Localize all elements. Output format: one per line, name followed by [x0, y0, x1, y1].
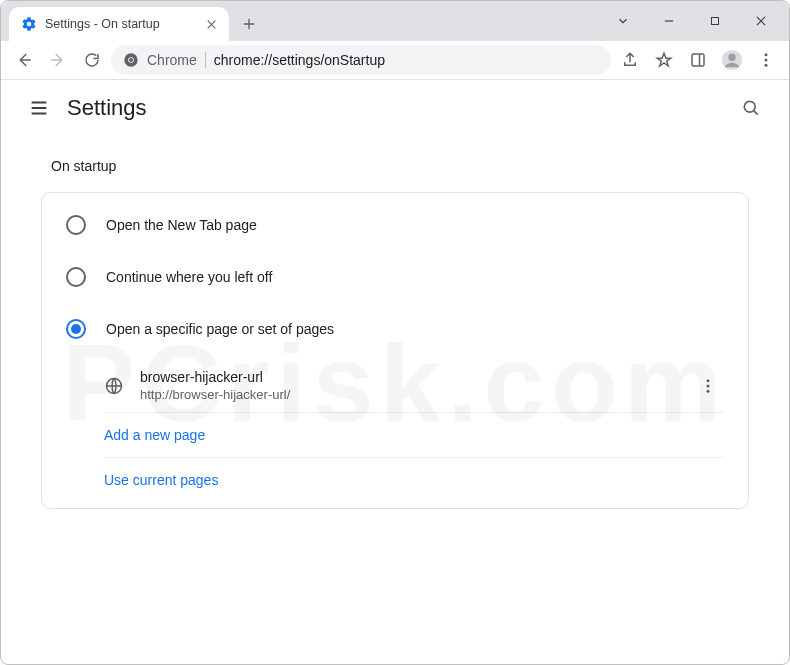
- on-startup-card: Open the New Tab page Continue where you…: [41, 192, 749, 509]
- svg-point-8: [765, 59, 768, 62]
- option-label: Open the New Tab page: [106, 217, 257, 233]
- tabstrip: Settings - On startup: [1, 1, 789, 41]
- caret-down-button[interactable]: [601, 6, 645, 36]
- search-settings-button[interactable]: [733, 90, 769, 126]
- content: On startup Open the New Tab page Continu…: [1, 136, 789, 664]
- svg-rect-0: [712, 18, 719, 25]
- window-controls: [601, 1, 783, 41]
- new-tab-button[interactable]: [235, 10, 263, 38]
- svg-point-9: [765, 64, 768, 67]
- share-button[interactable]: [615, 45, 645, 75]
- chrome-menu-button[interactable]: [751, 45, 781, 75]
- browser-tab[interactable]: Settings - On startup: [9, 7, 229, 41]
- section-heading: On startup: [51, 158, 749, 174]
- svg-point-14: [707, 389, 710, 392]
- minimize-button[interactable]: [647, 6, 691, 36]
- radio-icon: [66, 319, 86, 339]
- radio-icon: [66, 215, 86, 235]
- specific-pages-subgroup: browser-hijacker-url http://browser-hija…: [42, 355, 748, 502]
- page-header: Settings: [1, 80, 789, 136]
- option-new-tab[interactable]: Open the New Tab page: [42, 199, 748, 251]
- svg-point-7: [765, 53, 768, 56]
- omnibox[interactable]: Chrome: [111, 45, 611, 75]
- back-button[interactable]: [9, 45, 39, 75]
- bookmark-button[interactable]: [649, 45, 679, 75]
- maximize-button[interactable]: [693, 6, 737, 36]
- svg-point-6: [728, 54, 735, 61]
- site-info-chip[interactable]: Chrome: [123, 52, 197, 68]
- svg-point-10: [744, 101, 755, 112]
- svg-rect-4: [692, 54, 704, 66]
- side-panel-button[interactable]: [683, 45, 713, 75]
- startup-page-url: http://browser-hijacker-url/: [140, 387, 676, 402]
- svg-point-12: [707, 379, 710, 382]
- option-continue[interactable]: Continue where you left off: [42, 251, 748, 303]
- use-current-pages-link[interactable]: Use current pages: [104, 458, 724, 502]
- svg-point-3: [129, 58, 133, 62]
- url-input[interactable]: [214, 52, 599, 68]
- startup-page-item: browser-hijacker-url http://browser-hija…: [104, 359, 724, 413]
- chrome-icon: [123, 52, 139, 68]
- tab-title: Settings - On startup: [45, 17, 195, 31]
- option-label: Continue where you left off: [106, 269, 272, 285]
- close-tab-icon[interactable]: [203, 16, 219, 32]
- forward-button[interactable]: [43, 45, 73, 75]
- globe-icon: [104, 376, 124, 396]
- chrome-window: Settings - On startup: [0, 0, 790, 665]
- add-new-page-link[interactable]: Add a new page: [104, 413, 724, 458]
- option-specific-pages[interactable]: Open a specific page or set of pages: [42, 303, 748, 355]
- toolbar: Chrome: [1, 41, 789, 80]
- omnibox-divider: [205, 52, 206, 68]
- close-window-button[interactable]: [739, 6, 783, 36]
- menu-button[interactable]: [21, 90, 57, 126]
- startup-page-more-button[interactable]: [692, 370, 724, 402]
- gear-icon: [21, 16, 37, 32]
- page-title: Settings: [67, 95, 147, 121]
- svg-point-13: [707, 384, 710, 387]
- scheme-label: Chrome: [147, 52, 197, 68]
- profile-button[interactable]: [717, 45, 747, 75]
- settings-page: PCrisk.com Settings On startup Open the …: [1, 80, 789, 664]
- startup-page-title: browser-hijacker-url: [140, 369, 676, 385]
- reload-button[interactable]: [77, 45, 107, 75]
- radio-icon: [66, 267, 86, 287]
- option-label: Open a specific page or set of pages: [106, 321, 334, 337]
- startup-page-text: browser-hijacker-url http://browser-hija…: [140, 369, 676, 402]
